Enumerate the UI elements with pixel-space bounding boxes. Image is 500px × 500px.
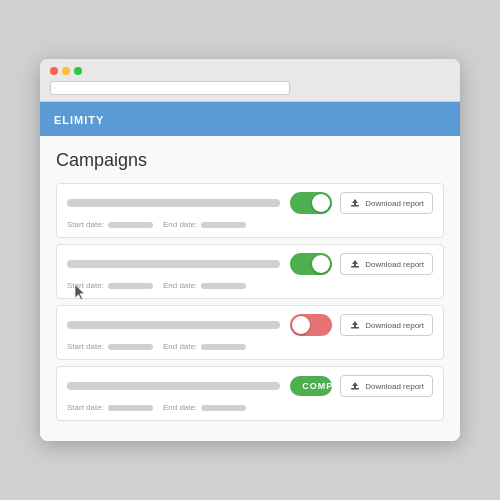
- download-icon-4: [349, 380, 361, 392]
- campaign-2-download-label: Download report: [365, 260, 424, 269]
- toggle-knob-2: [312, 255, 330, 273]
- close-dot[interactable]: [50, 67, 58, 75]
- end-date-value-2: [201, 283, 246, 289]
- svg-rect-6: [351, 388, 359, 390]
- end-date-label-1: End date:: [163, 220, 197, 229]
- campaign-card-4: COMPLETE Download report: [56, 366, 444, 421]
- page-title: Campaigns: [56, 150, 444, 171]
- campaign-3-download-label: Download report: [365, 321, 424, 330]
- campaign-card-2-bottom-row: Start date: End date:: [67, 281, 433, 290]
- end-date-label-3: End date:: [163, 342, 197, 351]
- minimize-dot[interactable]: [62, 67, 70, 75]
- campaign-card-2: Download report Start date: End date:: [56, 244, 444, 299]
- end-date-value-4: [201, 405, 246, 411]
- end-date-field-3: End date:: [163, 342, 246, 351]
- end-date-field-1: End date:: [163, 220, 246, 229]
- campaign-card-1-top-row: Download report: [67, 192, 433, 214]
- start-date-value-4: [108, 405, 153, 411]
- maximize-dot[interactable]: [74, 67, 82, 75]
- campaign-3-download-button[interactable]: Download report: [340, 314, 433, 336]
- campaign-bar-1: [67, 199, 280, 207]
- end-date-field-4: End date:: [163, 403, 246, 412]
- content-area: Campaigns Downlo: [40, 136, 460, 441]
- start-date-field-3: Start date:: [67, 342, 153, 351]
- campaign-bar-4: [67, 382, 280, 390]
- campaign-card-4-bottom-row: Start date: End date:: [67, 403, 433, 412]
- svg-marker-1: [352, 199, 358, 205]
- start-date-field-1: Start date:: [67, 220, 153, 229]
- start-date-field-2: Start date:: [67, 281, 153, 290]
- campaign-1-download-button[interactable]: Download report: [340, 192, 433, 214]
- address-bar[interactable]: [50, 81, 290, 95]
- campaign-card-4-actions: COMPLETE Download report: [290, 375, 433, 397]
- svg-rect-2: [351, 266, 359, 268]
- campaign-1-dates: Start date: End date:: [67, 220, 246, 229]
- campaign-bar-3: [67, 321, 280, 329]
- download-icon-2: [349, 258, 361, 270]
- campaign-card-2-actions: Download report: [290, 253, 433, 275]
- svg-marker-7: [352, 382, 358, 388]
- campaign-3-dates: Start date: End date:: [67, 342, 246, 351]
- campaign-2-toggle[interactable]: [290, 253, 332, 275]
- end-date-label-2: End date:: [163, 281, 197, 290]
- download-icon-3: [349, 319, 361, 331]
- svg-marker-5: [352, 321, 358, 327]
- campaign-card-4-top-row: COMPLETE Download report: [67, 375, 433, 397]
- brand-logo: ELIMITY: [54, 114, 104, 126]
- end-date-field-2: End date:: [163, 281, 246, 290]
- svg-marker-3: [352, 260, 358, 266]
- campaign-1-download-label: Download report: [365, 199, 424, 208]
- campaign-4-download-button[interactable]: Download report: [340, 375, 433, 397]
- campaign-card-2-top-row: Download report: [67, 253, 433, 275]
- campaign-bar-2: [67, 260, 280, 268]
- end-date-value-1: [201, 222, 246, 228]
- toggle-knob: [312, 194, 330, 212]
- start-date-label-4: Start date:: [67, 403, 104, 412]
- campaign-card-1-actions: Download report: [290, 192, 433, 214]
- toggle-knob-3: [292, 316, 310, 334]
- download-icon: [349, 197, 361, 209]
- campaign-card-1: Download report Start date: End date:: [56, 183, 444, 238]
- end-date-value-3: [201, 344, 246, 350]
- complete-badge: COMPLETE: [290, 376, 332, 396]
- start-date-label-3: Start date:: [67, 342, 104, 351]
- browser-window: ELIMITY Campaigns: [40, 59, 460, 441]
- campaign-2-download-button[interactable]: Download report: [340, 253, 433, 275]
- start-date-value-1: [108, 222, 153, 228]
- start-date-label-1: Start date:: [67, 220, 104, 229]
- start-date-value-3: [108, 344, 153, 350]
- campaign-4-dates: Start date: End date:: [67, 403, 246, 412]
- campaign-card-1-bottom-row: Start date: End date:: [67, 220, 433, 229]
- campaign-3-toggle[interactable]: [290, 314, 332, 336]
- campaign-4-download-label: Download report: [365, 382, 424, 391]
- campaign-card-3-actions: Download report: [290, 314, 433, 336]
- browser-dots: [50, 67, 450, 75]
- campaign-card-3-top-row: Download report: [67, 314, 433, 336]
- campaign-2-dates: Start date: End date:: [67, 281, 246, 290]
- start-date-value-2: [108, 283, 153, 289]
- nav-bar: ELIMITY: [40, 102, 460, 136]
- browser-chrome: [40, 59, 460, 102]
- svg-rect-4: [351, 327, 359, 329]
- campaign-card-3-bottom-row: Start date: End date:: [67, 342, 433, 351]
- campaign-1-toggle[interactable]: [290, 192, 332, 214]
- svg-rect-0: [351, 205, 359, 207]
- start-date-label-2: Start date:: [67, 281, 104, 290]
- end-date-label-4: End date:: [163, 403, 197, 412]
- start-date-field-4: Start date:: [67, 403, 153, 412]
- campaign-card-3: Download report Start date: End date:: [56, 305, 444, 360]
